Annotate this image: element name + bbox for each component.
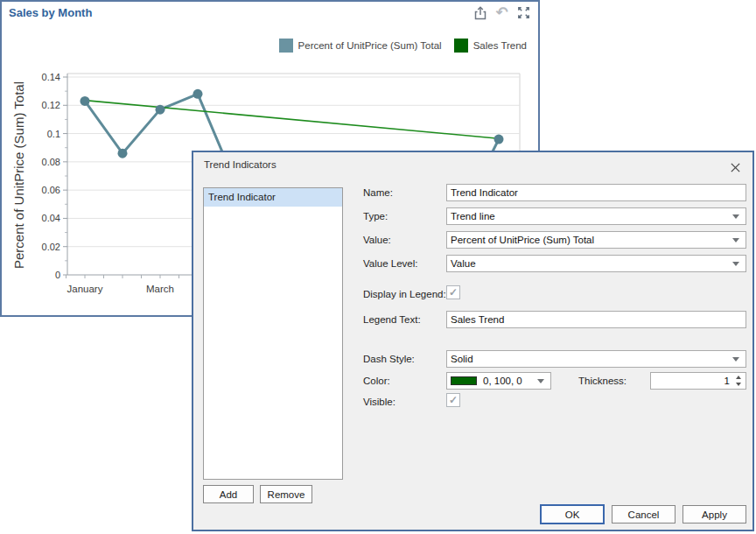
visible-label: Visible: [363,393,446,411]
color-swatch [451,376,477,385]
svg-text:January: January [67,284,103,294]
chevron-down-icon [732,214,739,219]
add-button[interactable]: Add [203,485,254,503]
chevron-down-icon [732,357,739,362]
spin-up-icon[interactable] [736,376,741,379]
dash-style-label: Dash Style: [363,350,446,368]
name-label: Name: [363,184,446,201]
spinner-buttons[interactable] [732,374,744,388]
thickness-label: Thickness: [561,372,626,390]
trend-indicator-list[interactable]: Trend Indicator [203,187,343,480]
svg-text:0.14: 0.14 [42,72,60,82]
type-label: Type: [363,207,446,225]
dialog-title: Trend Indicators [204,159,276,170]
svg-text:0.12: 0.12 [42,100,60,110]
apply-button[interactable]: Apply [682,505,746,523]
chevron-down-icon [537,379,544,383]
dash-style-dropdown[interactable]: Solid [446,350,746,368]
display-in-legend-label: Display in Legend: [363,285,446,303]
chevron-down-icon [732,238,739,242]
spin-down-icon[interactable] [736,383,741,386]
name-input[interactable]: Trend Indicator [446,184,746,201]
value-dropdown[interactable]: Percent of UnitPrice (Sum) Total [446,231,746,249]
svg-text:0.08: 0.08 [42,157,60,167]
list-item-trend-indicator[interactable]: Trend Indicator [204,188,342,207]
visible-checkbox[interactable]: ✓ [446,393,460,407]
display-in-legend-checkbox[interactable]: ✓ [446,285,460,299]
ok-button[interactable]: OK [540,504,605,524]
value-level-dropdown[interactable]: Value [446,255,746,272]
type-dropdown[interactable]: Trend line [446,207,746,225]
svg-text:0.04: 0.04 [42,213,60,223]
value-level-label: Value Level: [363,255,446,272]
cancel-button[interactable]: Cancel [612,505,676,523]
close-icon[interactable] [727,159,743,175]
color-dropdown[interactable]: 0, 100, 0 [446,372,551,390]
remove-button[interactable]: Remove [260,485,312,503]
svg-text:0.02: 0.02 [42,242,60,252]
thickness-stepper[interactable]: 1 [650,372,746,390]
color-label: Color: [363,372,446,390]
svg-text:0.06: 0.06 [42,185,60,195]
legend-text-label: Legend Text: [363,311,446,328]
value-label: Value: [363,231,446,249]
legend-text-input[interactable]: Sales Trend [446,311,746,328]
chevron-down-icon [732,262,739,266]
app-canvas: Sales by Month ↶ [0,0,756,534]
svg-text:0: 0 [55,270,60,280]
svg-text:0.1: 0.1 [47,129,60,139]
trend-indicators-dialog: Trend Indicators Trend Indicator Add Rem… [192,151,754,531]
svg-text:March: March [146,284,174,294]
